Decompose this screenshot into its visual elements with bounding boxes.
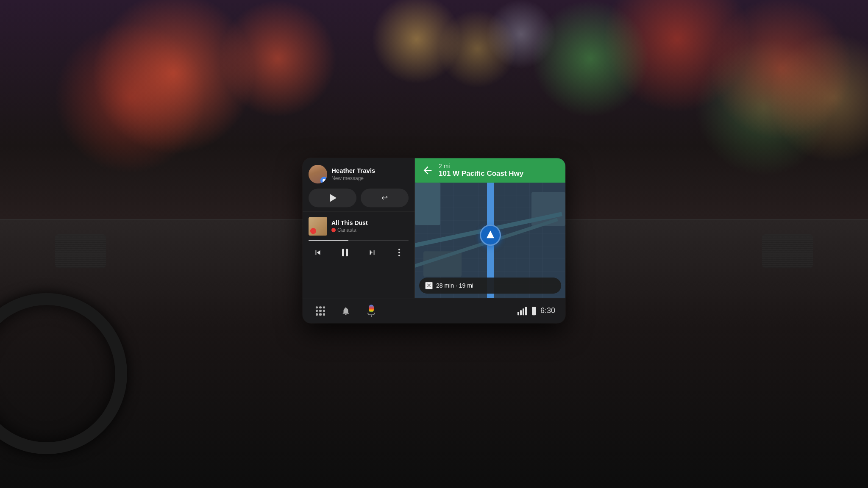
music-controls xyxy=(309,245,409,260)
nav-header: 2 mi 101 W Pacific Coast Hwy xyxy=(415,158,565,183)
album-art xyxy=(309,217,327,236)
battery-icon xyxy=(532,307,536,315)
microphone-icon xyxy=(367,305,376,317)
car-circle xyxy=(480,225,501,246)
artist-name-text: Canasta xyxy=(337,227,356,233)
pause-icon xyxy=(342,249,348,256)
assistant-button[interactable] xyxy=(364,303,379,319)
play-icon xyxy=(330,194,337,202)
sender-name: Heather Travis xyxy=(331,167,409,175)
reply-icon: ↩ xyxy=(381,193,388,202)
more-options-button[interactable] xyxy=(392,245,407,260)
artist-name: Canasta xyxy=(331,227,409,233)
track-info: All This Dust Canasta xyxy=(331,219,409,233)
bottom-right-status: 6:30 xyxy=(517,306,555,315)
music-info: All This Dust Canasta xyxy=(309,217,409,236)
message-label: New message xyxy=(331,175,409,181)
car-marker xyxy=(480,225,501,246)
display-content: Heather Travis New message ↩ xyxy=(303,158,565,298)
pause-button[interactable] xyxy=(337,245,353,260)
skip-prev-icon xyxy=(313,248,323,257)
eta-bar: ✕ 28 min · 19 mi xyxy=(419,277,561,294)
skip-next-icon xyxy=(367,248,377,257)
speaker-left xyxy=(55,234,106,268)
grid-icon xyxy=(316,306,325,316)
android-auto-display: Heather Travis New message ↩ xyxy=(303,158,565,323)
eta-close-button[interactable]: ✕ xyxy=(425,282,433,289)
sender-info: Heather Travis New message xyxy=(331,167,409,181)
more-icon xyxy=(398,249,400,256)
map-block-1 xyxy=(415,183,440,225)
bottom-left-icons xyxy=(313,303,379,319)
avatar xyxy=(309,165,327,183)
nav-road-name: 101 W Pacific Coast Hwy xyxy=(439,169,559,178)
progress-fill xyxy=(309,240,348,241)
eta-text: 28 min · 19 mi xyxy=(436,282,473,289)
nav-info: 2 mi 101 W Pacific Coast Hwy xyxy=(439,163,559,178)
skip-next-button[interactable] xyxy=(364,245,380,260)
message-actions: ↩ xyxy=(309,189,409,207)
nav-distance: 2 mi xyxy=(439,163,559,169)
message-sender: Heather Travis New message xyxy=(309,165,409,183)
progress-bar[interactable] xyxy=(309,240,409,241)
map-panel[interactable]: 2 mi 101 W Pacific Coast Hwy ✕ 28 min · … xyxy=(415,158,565,298)
message-card: Heather Travis New message ↩ xyxy=(303,158,415,212)
signal-icon xyxy=(517,307,527,315)
turn-left-icon xyxy=(422,164,434,176)
avatar-badge xyxy=(320,177,327,183)
reply-message-button[interactable]: ↩ xyxy=(361,189,409,207)
time-display: 6:30 xyxy=(540,306,555,315)
play-message-button[interactable] xyxy=(309,189,356,207)
left-panel: Heather Travis New message ↩ xyxy=(303,158,415,298)
turn-arrow xyxy=(421,164,434,177)
music-card: All This Dust Canasta xyxy=(303,212,415,298)
car-direction-arrow xyxy=(487,230,494,238)
skip-prev-button[interactable] xyxy=(310,245,326,260)
record-icon xyxy=(331,228,336,233)
bell-icon xyxy=(341,306,351,316)
apps-button[interactable] xyxy=(313,303,328,319)
bottom-bar: 6:30 xyxy=(303,298,565,323)
track-name: All This Dust xyxy=(331,219,409,227)
speaker-right xyxy=(762,234,813,268)
notifications-button[interactable] xyxy=(338,303,353,319)
message-badge-icon xyxy=(323,179,326,182)
